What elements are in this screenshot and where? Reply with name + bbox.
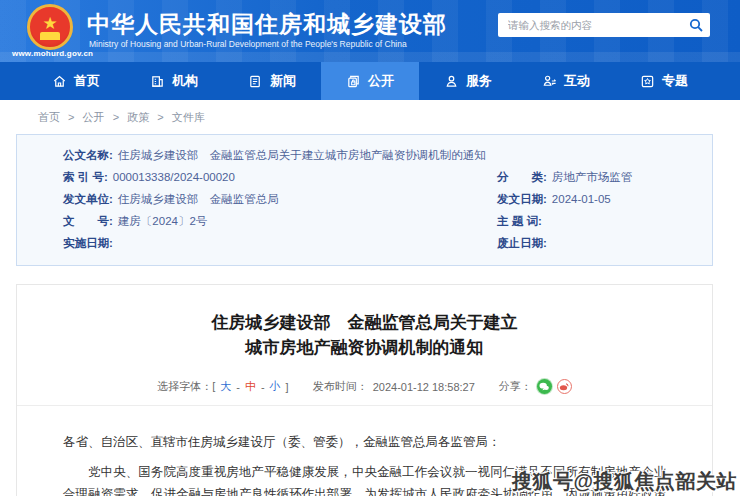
meta-value: 000013338/2024-00020	[113, 166, 235, 188]
meta-value: 房地产市场监管	[552, 166, 633, 188]
font-size-medium-button[interactable]: 中	[245, 379, 256, 394]
breadcrumb: 首页 > 公开 > 政策 > 文件库	[0, 100, 740, 134]
disclosure-icon	[346, 74, 361, 89]
publish-time-label: 发布时间：	[313, 379, 368, 394]
meta-label: 索 引 号:	[17, 166, 108, 188]
breadcrumb-policy[interactable]: 政策	[127, 111, 149, 123]
meta-row-effective-date: 实施日期:	[17, 232, 497, 254]
breadcrumb-disclosure[interactable]: 公开	[83, 111, 105, 123]
font-size-separator: -	[261, 381, 265, 393]
font-size-small-button[interactable]: 小	[270, 379, 281, 394]
meta-row-index-no: 索 引 号: 000013338/2024-00020	[17, 166, 497, 188]
site-url: www.mohurd.gov.cn	[12, 49, 93, 58]
breadcrumb-home[interactable]: 首页	[38, 111, 60, 123]
breadcrumb-separator: >	[113, 111, 119, 123]
service-icon	[444, 74, 459, 89]
nav-label: 专题	[662, 72, 688, 90]
site-subtitle: Ministry of Housing and Urban-Rural Deve…	[89, 39, 407, 49]
nav-label: 公开	[368, 72, 394, 90]
meta-label: 主 题 词:	[497, 210, 542, 232]
meta-value: 建房〔2024〕2号	[118, 210, 207, 232]
nav-item-disclosure[interactable]: 公开	[321, 62, 419, 100]
nav-item-home[interactable]: 首页	[27, 62, 125, 100]
meta-label: 发文单位:	[17, 188, 113, 210]
search-box[interactable]	[498, 13, 710, 37]
article-title: 住房城乡建设部 金融监管总局关于建立 城市房地产融资协调机制的通知	[17, 310, 712, 360]
article-title-line2: 城市房地产融资协调机制的通知	[17, 335, 712, 360]
meta-label: 发文日期:	[497, 188, 547, 210]
meta-row-issuer: 发文单位: 住房城乡建设部 金融监管总局	[17, 188, 497, 210]
search-icon[interactable]	[682, 13, 710, 37]
topic-icon	[640, 74, 655, 89]
meta-label: 公文名称:	[17, 144, 113, 166]
weibo-share-icon[interactable]	[557, 379, 572, 394]
site-title: 中华人民共和国住房和城乡建设部	[87, 9, 447, 40]
meta-label: 废止日期:	[497, 232, 547, 254]
font-size-bracket: ]	[286, 381, 289, 393]
home-icon	[52, 74, 67, 89]
meta-row-category: 分 类: 房地产市场监管	[497, 166, 712, 188]
meta-label: 实施日期:	[17, 232, 113, 254]
meta-value: 住房城乡建设部 金融监管总局关于建立城市房地产融资协调机制的通知	[118, 144, 486, 166]
font-size-separator: -	[236, 381, 240, 393]
meta-row-subject-words: 主 题 词:	[497, 210, 712, 232]
nav-label: 机构	[172, 72, 198, 90]
document-meta-box: 公文名称: 住房城乡建设部 金融监管总局关于建立城市房地产融资协调机制的通知 索…	[16, 134, 713, 266]
search-input[interactable]	[498, 19, 682, 31]
article-title-line1: 住房城乡建设部 金融监管总局关于建立	[17, 310, 712, 335]
meta-label: 文 号:	[17, 210, 113, 232]
emblem-gate	[40, 32, 60, 40]
interact-icon	[542, 74, 557, 89]
wechat-share-icon[interactable]	[537, 379, 552, 394]
font-size-large-button[interactable]: 大	[220, 379, 231, 394]
meta-value: 2024-01-05	[552, 188, 611, 210]
article-meta-row: 选择字体：[ 大 - 中 - 小 ] 发布时间： 2024-01-12 18:5…	[17, 379, 712, 406]
nav-item-orgs[interactable]: 机构	[125, 62, 223, 100]
site-banner: ★ www.mohurd.gov.cn 中华人民共和国住房和城乡建设部 Mini…	[0, 0, 740, 62]
nav-label: 新闻	[270, 72, 296, 90]
article-panel: 住房城乡建设部 金融监管总局关于建立 城市房地产融资协调机制的通知 选择字体：[…	[16, 284, 713, 496]
nav-item-interaction[interactable]: 互动	[517, 62, 615, 100]
breadcrumb-library[interactable]: 文件库	[172, 111, 205, 123]
nav-label: 服务	[466, 72, 492, 90]
share-label: 分享：	[499, 379, 532, 394]
font-size-label: 选择字体：[	[157, 379, 215, 394]
article-body: 各省、自治区、直辖市住房城乡建设厅（委、管委），金融监管总局各监管局： 党中央、…	[17, 431, 712, 496]
article-paragraph: 党中央、国务院高度重视房地产平稳健康发展，中央金融工作会议就一视同仁满足不同所有…	[63, 461, 666, 496]
meta-row-issue-date: 发文日期: 2024-01-05	[497, 188, 712, 210]
national-emblem-icon: ★	[27, 4, 73, 50]
meta-row-doc-name: 公文名称: 住房城乡建设部 金融监管总局关于建立城市房地产融资协调机制的通知	[17, 144, 712, 166]
nav-label: 互动	[564, 72, 590, 90]
nav-label: 首页	[74, 72, 100, 90]
main-nav: 首页 机构 新闻 公开	[0, 62, 740, 100]
nav-item-topics[interactable]: 专题	[615, 62, 713, 100]
publish-time-value: 2024-01-12 18:58:27	[373, 381, 475, 393]
nav-item-news[interactable]: 新闻	[223, 62, 321, 100]
emblem-star: ★	[42, 15, 57, 32]
building-icon	[150, 74, 165, 89]
article-greeting: 各省、自治区、直辖市住房城乡建设厅（委、管委），金融监管总局各监管局：	[63, 431, 666, 453]
breadcrumb-separator: >	[68, 111, 74, 123]
meta-value: 住房城乡建设部 金融监管总局	[118, 188, 279, 210]
meta-label: 分 类:	[497, 166, 547, 188]
meta-row-doc-number: 文 号: 建房〔2024〕2号	[17, 210, 497, 232]
breadcrumb-separator: >	[157, 111, 163, 123]
news-icon	[248, 74, 263, 89]
nav-item-services[interactable]: 服务	[419, 62, 517, 100]
meta-row-repeal-date: 废止日期:	[497, 232, 712, 254]
